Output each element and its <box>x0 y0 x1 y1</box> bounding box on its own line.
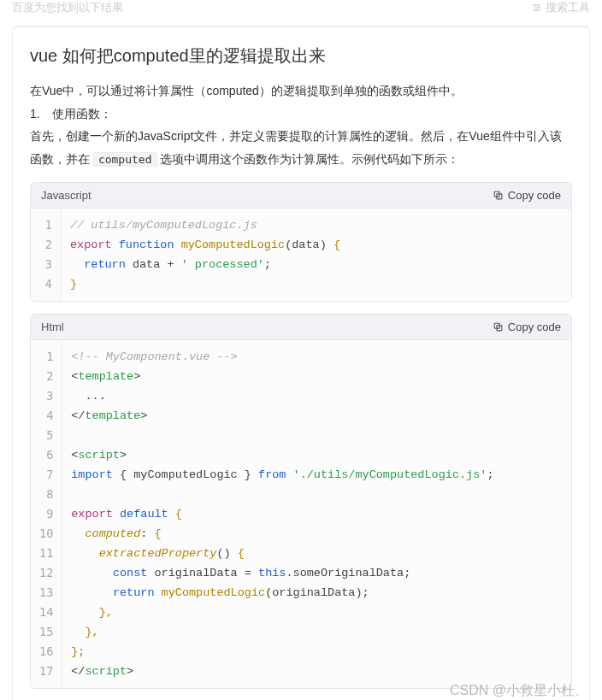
code-lang-label: Html <box>41 321 64 333</box>
page-title: vue 如何把computed里的逻辑提取出来 <box>30 44 572 68</box>
top-bar: 百度为您找到以下结果 搜索工具 <box>0 0 602 21</box>
code-lines: // utils/myComputedLogic.js export funct… <box>62 209 571 301</box>
code-header: Javascript Copy code <box>31 183 571 209</box>
code-header: Html Copy code <box>31 315 571 340</box>
paragraph-intro: 在Vue中，可以通过将计算属性（computed）的逻辑提取到单独的函数或组件中… <box>30 79 572 103</box>
copy-button[interactable]: Copy code <box>493 189 561 202</box>
svg-point-3 <box>534 4 536 6</box>
svg-point-5 <box>535 9 537 11</box>
code-block-js: Javascript Copy code 1234 // utils/myCom… <box>30 182 572 302</box>
copy-icon <box>493 190 504 201</box>
answer-card: vue 如何把computed里的逻辑提取出来 在Vue中，可以通过将计算属性（… <box>12 26 590 700</box>
line-gutter: 1234 <box>31 209 62 301</box>
search-tools-label: 搜索工具 <box>546 0 590 15</box>
copy-button[interactable]: Copy code <box>493 321 561 333</box>
results-hint: 百度为您找到以下结果 <box>12 0 123 15</box>
inline-code-computed: computed <box>93 152 157 167</box>
paragraph-step1: 1. 使用函数： <box>30 103 572 126</box>
copy-icon <box>493 321 504 332</box>
line-gutter: 1234567891011121314151617 <box>31 340 62 688</box>
svg-point-4 <box>538 7 540 9</box>
code-lang-label: Javascript <box>41 189 91 202</box>
copy-label: Copy code <box>508 321 561 333</box>
code-body: 1234 // utils/myComputedLogic.js export … <box>31 209 571 301</box>
code-lines: <!-- MyComponent.vue --> <template> ... … <box>62 340 571 688</box>
copy-label: Copy code <box>508 189 561 202</box>
search-tools[interactable]: 搜索工具 <box>532 0 590 15</box>
code-body: 1234567891011121314151617 <!-- MyCompone… <box>31 340 571 688</box>
code-block-html: Html Copy code 1234567891011121314151617… <box>30 314 572 689</box>
paragraph-desc: 首先，创建一个新的JavaScript文件，并定义需要提取的计算属性的逻辑。然后… <box>30 125 572 170</box>
text: 选项中调用这个函数作为计算属性。示例代码如下所示： <box>157 152 460 166</box>
sliders-icon <box>532 3 542 13</box>
